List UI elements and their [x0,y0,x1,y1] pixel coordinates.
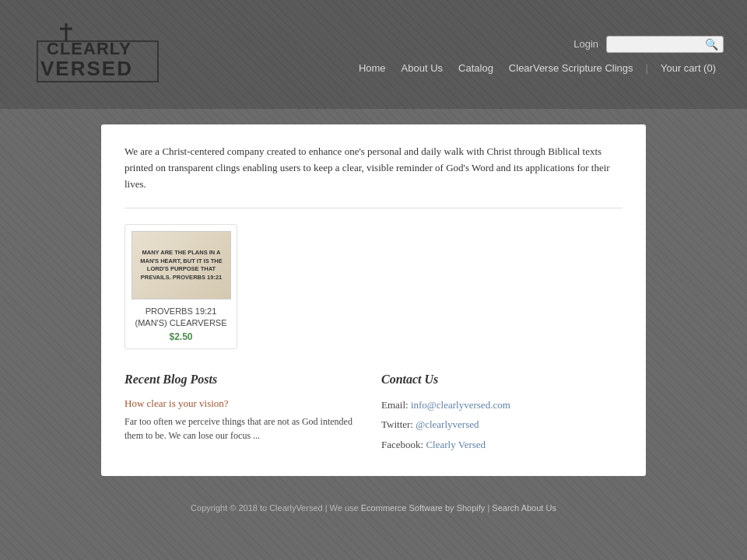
contact-heading: Contact Us [381,373,622,387]
product-image-text: MANY ARE THE PLANS IN A MAN'S HEART, BUT… [139,249,224,282]
logo-area: CLEARLY VERSED [23,19,163,89]
footer-about-link[interactable]: About Us [521,503,556,513]
twitter-label: Twitter: [381,418,413,430]
svg-text:VERSED: VERSED [40,57,133,80]
header-top-row: Login 🔍 [573,36,724,53]
blog-post-link[interactable]: How clear is your vision? [124,397,366,410]
contact-facebook-line: Facebook: Clearly Versed [381,437,622,453]
contact-section: Contact Us Email: info@clearlyversed.com… [381,373,622,457]
twitter-link[interactable]: @clearlyversed [416,418,479,430]
search-container: 🔍 [606,36,724,53]
footer-sep: | [487,503,489,513]
search-input[interactable] [610,39,703,50]
nav-home[interactable]: Home [351,62,394,74]
product-price: $2.50 [132,331,230,342]
nav-cart[interactable]: Your cart (0) [653,62,724,74]
search-button[interactable]: 🔍 [703,38,720,51]
two-col-section: Recent Blog Posts How clear is your visi… [124,373,622,457]
product-name: PROVERBS 19:21 (MAN'S) CLEARVERSE [132,306,230,328]
email-link[interactable]: info@clearlyversed.com [411,399,510,411]
header: CLEARLY VERSED Login 🔍 Home About Us Cat… [0,0,747,109]
divider-1 [124,208,622,208]
logo-image: CLEARLY VERSED [23,19,163,89]
nav-cart-divider: | [646,62,648,74]
shopify-link[interactable]: Ecommerce Software by Shopify [361,503,486,513]
nav-clearverse[interactable]: ClearVerse Scripture Clings [501,62,641,74]
contact-email-line: Email: info@clearlyversed.com [381,397,622,413]
contact-twitter-line: Twitter: @clearlyversed [381,417,622,432]
nav-about[interactable]: About Us [394,62,451,74]
blog-excerpt: Far too often we perceive things that ar… [124,415,366,443]
footer-copyright: Copyright © 2018 to ClearlyVersed | We u… [191,503,359,513]
about-paragraph: We are a Christ-centered company created… [124,144,622,192]
blog-section: Recent Blog Posts How clear is your visi… [124,373,366,457]
products-grid: MANY ARE THE PLANS IN A MAN'S HEART, BUT… [124,224,622,349]
email-label: Email: [381,399,409,411]
product-card[interactable]: MANY ARE THE PLANS IN A MAN'S HEART, BUT… [124,224,237,349]
footer-search-link[interactable]: Search [492,503,519,513]
header-right: Login 🔍 Home About Us Catalog ClearVerse… [351,36,724,74]
blog-heading: Recent Blog Posts [124,373,366,387]
login-link[interactable]: Login [573,38,598,50]
product-image: MANY ARE THE PLANS IN A MAN'S HEART, BUT… [132,231,231,299]
main-content: We are a Christ-centered company created… [101,124,646,476]
facebook-label: Facebook: [381,439,423,450]
nav-catalog[interactable]: Catalog [451,62,501,74]
footer: Copyright © 2018 to ClearlyVersed | We u… [0,492,747,524]
facebook-link[interactable]: Clearly Versed [426,439,486,450]
nav-links: Home About Us Catalog ClearVerse Scriptu… [351,62,724,74]
